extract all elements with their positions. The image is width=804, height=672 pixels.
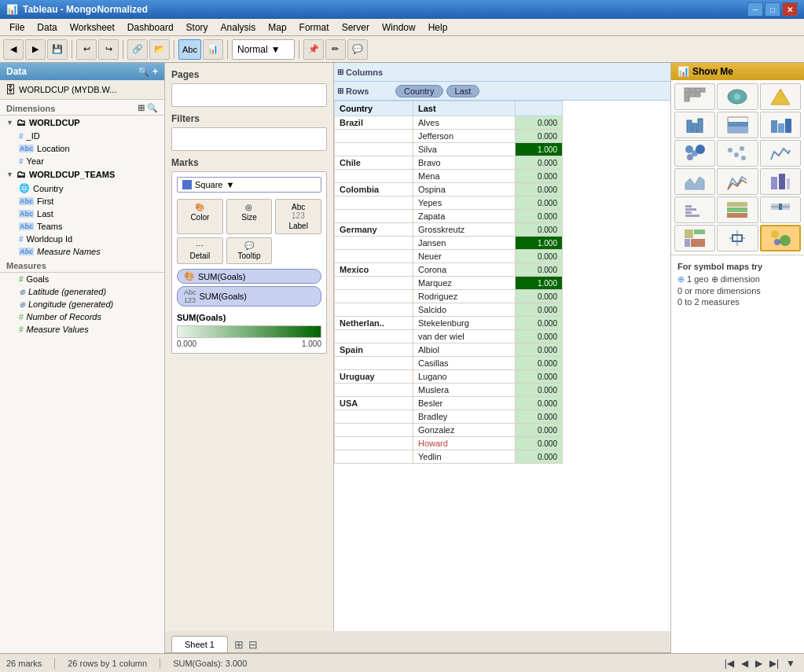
show-me-btn-8[interactable] <box>760 140 801 167</box>
center-area: Pages Filters Marks Square ▼ <box>165 63 670 653</box>
back-button[interactable]: ◀ <box>3 39 24 60</box>
show-me-btn-11[interactable] <box>760 168 801 195</box>
sum-goals-label-pill[interactable]: Abc123 SUM(Goals) <box>177 286 321 307</box>
player-name-cell: Bradley <box>413 410 516 424</box>
show-me-btn-6[interactable] <box>674 140 715 167</box>
table-row: Rodriguez0.000 <box>335 290 563 303</box>
show-me-btn-9[interactable] <box>674 168 715 195</box>
detail-button[interactable]: ⋯ Detail <box>177 237 223 264</box>
dim-last[interactable]: Abc Last <box>0 207 164 220</box>
chart-type-button[interactable]: 📊 <box>203 39 223 60</box>
menu-data[interactable]: Data <box>31 19 63 35</box>
edit-button[interactable]: ✏ <box>325 39 346 60</box>
table-row: ColombiaOspina0.000 <box>335 183 563 196</box>
worldcup-teams-group-header[interactable]: ▼ 🗂 WORLDCUP_TEAMS <box>0 167 164 182</box>
redo-button[interactable]: ↪ <box>98 39 119 60</box>
menu-analysis[interactable]: Analysis <box>215 19 262 35</box>
search-icon[interactable]: 🔍 <box>138 66 149 77</box>
show-me-btn-7[interactable] <box>717 140 758 167</box>
add-icon[interactable]: + <box>152 66 158 77</box>
measure-latitude[interactable]: ⊕ Latitude (generated) <box>0 285 164 298</box>
show-me-btn-3[interactable] <box>674 112 715 138</box>
measure-num-records-label: Number of Records <box>27 312 101 321</box>
dim-first[interactable]: Abc First <box>0 195 164 207</box>
close-button[interactable]: ✕ <box>782 2 798 17</box>
player-name-cell: Besler <box>413 397 516 410</box>
connect-button[interactable]: 🔗 <box>127 39 148 60</box>
show-me-btn-16[interactable] <box>717 225 758 252</box>
menu-format[interactable]: Format <box>293 19 336 35</box>
abc-icon-mn: Abc <box>19 248 34 255</box>
show-me-btn-15[interactable] <box>674 225 715 252</box>
duplicate-sheet-button[interactable]: ⊟ <box>247 637 259 652</box>
menu-file[interactable]: File <box>3 19 31 35</box>
view-type-dropdown[interactable]: Normal ▼ <box>232 39 295 60</box>
show-me-btn-4[interactable] <box>717 112 758 138</box>
measure-goals[interactable]: # Goals <box>0 273 164 285</box>
prev-button[interactable]: ◀ <box>739 657 751 670</box>
menu-story[interactable]: Story <box>180 19 215 35</box>
first-button[interactable]: |◀ <box>722 657 736 670</box>
show-me-btn-12[interactable] <box>674 196 715 223</box>
new-sheet-button[interactable]: ⊞ <box>233 637 245 652</box>
measure-values[interactable]: # Measure Values <box>0 323 164 336</box>
maximize-button[interactable]: □ <box>765 2 780 17</box>
minimize-button[interactable]: ─ <box>747 2 763 17</box>
show-me-btn-2[interactable] <box>760 83 801 110</box>
rows-grid-icon: ⊞ <box>337 86 343 95</box>
tooltip-button[interactable]: 💬 <box>347 39 368 60</box>
measure-num-records[interactable]: # Number of Records <box>0 310 164 323</box>
abc-button[interactable]: Abc <box>178 39 201 60</box>
nav-controls: |◀ ◀ ▶ ▶| ▼ <box>722 657 798 670</box>
country-cell <box>335 410 413 424</box>
dim-measure-names[interactable]: Abc Measure Names <box>0 245 164 258</box>
sheet-tab-1[interactable]: Sheet 1 <box>171 636 228 652</box>
undo-button[interactable]: ↩ <box>76 39 97 60</box>
label-button[interactable]: Abc123 Label <box>275 199 321 234</box>
svg-rect-38 <box>685 239 690 247</box>
forward-button[interactable]: ▶ <box>25 39 46 60</box>
last-button[interactable]: ▶| <box>767 657 781 670</box>
dim-location[interactable]: Abc Location <box>0 142 164 155</box>
color-button[interactable]: 🎨 Color <box>177 199 223 234</box>
status-rows-cols: 26 rows by 1 column <box>68 659 147 668</box>
show-me-btn-17[interactable] <box>760 225 801 252</box>
svg-point-44 <box>771 230 779 238</box>
menu-dashboard[interactable]: Dashboard <box>121 19 180 35</box>
menu-map[interactable]: Map <box>262 19 292 35</box>
sort-icon[interactable]: ⊞ <box>138 103 145 113</box>
dim-id[interactable]: # _ID <box>0 130 164 142</box>
show-me-btn-5[interactable] <box>760 112 801 138</box>
country-cell <box>335 330 413 343</box>
show-me-btn-14[interactable] <box>760 196 801 223</box>
dim-country[interactable]: 🌐 Country <box>0 182 164 195</box>
menu-server[interactable]: Server <box>336 19 376 35</box>
tooltip-button-marks[interactable]: 💬 Tooltip <box>226 237 273 264</box>
rows-country-pill[interactable]: Country <box>395 85 443 97</box>
show-me-btn-0[interactable] <box>674 83 715 110</box>
worldcup-group-header[interactable]: ▼ 🗂 WORLDCUP <box>0 116 164 130</box>
marks-type-dropdown[interactable]: Square ▼ <box>177 177 321 193</box>
pin-button[interactable]: 📌 <box>303 39 324 60</box>
size-button[interactable]: ◎ Size <box>226 199 273 234</box>
dim-teams-label: Teams <box>37 222 62 231</box>
menu-window[interactable]: Window <box>376 19 422 35</box>
dim-teams[interactable]: Abc Teams <box>0 220 164 233</box>
show-me-btn-13[interactable] <box>717 196 758 223</box>
rows-last-pill[interactable]: Last <box>446 85 480 97</box>
dim-year[interactable]: # Year <box>0 155 164 167</box>
show-me-btn-1[interactable] <box>717 83 758 110</box>
measure-longitude[interactable]: ⊕ Longitude (generated) <box>0 298 164 310</box>
sum-goals-color-pill[interactable]: 🎨 SUM(Goals) <box>177 269 321 284</box>
save-button[interactable]: 💾 <box>47 39 68 60</box>
settings-nav-icon[interactable]: ▼ <box>784 657 798 670</box>
show-me-btn-10[interactable] <box>717 168 758 195</box>
svg-rect-14 <box>785 119 791 133</box>
new-datasource-button[interactable]: 📂 <box>149 39 170 60</box>
menu-worksheet[interactable]: Worksheet <box>64 19 121 35</box>
dim-worldcup-id[interactable]: # Worldcup Id <box>0 233 164 245</box>
menu-help[interactable]: Help <box>422 19 454 35</box>
connection-item[interactable]: 🗄 WORLDCUP (MYDB.W... <box>0 80 164 100</box>
next-button[interactable]: ▶ <box>753 657 765 670</box>
search-dims-icon[interactable]: 🔍 <box>147 103 158 113</box>
